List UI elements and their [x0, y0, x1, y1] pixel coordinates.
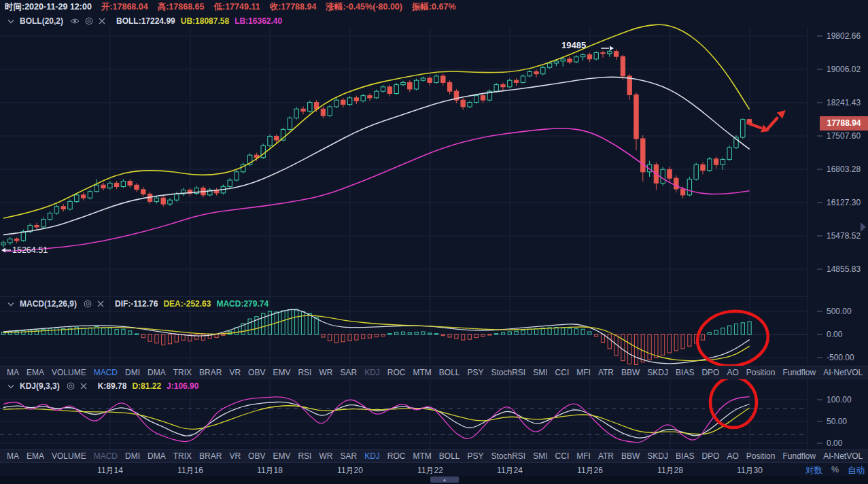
indicator-tab-trix[interactable]: TRIX	[173, 368, 192, 377]
indicator-tabs-row-1: MAEMAVOLUMEMACDDMIDMATRIXBRARVROBVEMVRSI…	[0, 366, 868, 379]
indicator-tab-cci[interactable]: CCI	[555, 451, 570, 461]
indicator-tab-ma[interactable]: MA	[7, 368, 19, 377]
indicator-tab-atr[interactable]: ATR	[598, 368, 614, 377]
lb-value: LB:16362.40	[235, 16, 282, 26]
horizontal-scrollbar[interactable]	[0, 476, 868, 484]
indicator-tab-vr[interactable]: VR	[229, 451, 241, 461]
indicator-tab-psy[interactable]: PSY	[468, 451, 484, 461]
stat-change: 涨幅:-0.45%(-80.00)	[326, 1, 402, 13]
indicator-tab-position[interactable]: Position	[746, 451, 776, 461]
indicator-tab-macd[interactable]: MACD	[94, 368, 118, 377]
panel-expand-arrow[interactable]	[861, 222, 866, 232]
indicator-tab-ao[interactable]: AO	[727, 451, 738, 461]
gear-icon[interactable]	[85, 17, 93, 25]
date-label: 11月30	[737, 465, 763, 477]
indicator-tab-psy[interactable]: PSY	[468, 368, 484, 377]
indicator-tab-bias[interactable]: BIAS	[676, 368, 694, 377]
log-scale-button[interactable]: 对数	[805, 465, 822, 477]
eye-icon[interactable]	[70, 18, 80, 24]
indicator-tab-atr[interactable]: ATR	[598, 451, 614, 461]
indicator-tab-mtm[interactable]: MTM	[413, 368, 431, 377]
indicator-tab-dpo[interactable]: DPO	[701, 451, 719, 461]
indicator-tab-rsi[interactable]: RSI	[298, 368, 311, 377]
indicator-tab-ma[interactable]: MA	[7, 451, 19, 461]
indicator-tab-bbw[interactable]: BBW	[621, 368, 640, 377]
scale-controls: 对数 % 自动	[805, 465, 865, 477]
indicator-tab-obv[interactable]: OBV	[248, 451, 265, 461]
indicator-tab-boll[interactable]: BOLL	[439, 451, 460, 461]
indicator-tab-dma[interactable]: DMA	[147, 368, 166, 377]
close-icon[interactable]	[80, 383, 87, 390]
indicator-tab-roc[interactable]: ROC	[387, 368, 406, 377]
macd-dif-line	[3, 309, 750, 364]
trading-chart-app: 时间:2020-11-29 12:00 开:17868.04 高:17868.6…	[0, 0, 868, 484]
trend-arrow-up	[767, 118, 777, 130]
stat-high: 高:17868.65	[158, 1, 205, 13]
indicator-tab-ema[interactable]: EMA	[27, 451, 44, 461]
close-icon[interactable]	[97, 300, 104, 307]
indicator-tab-ao[interactable]: AO	[727, 368, 738, 377]
kdj-indicator-title: KDJ(9,3,3)	[20, 381, 60, 391]
indicator-tab-macd[interactable]: MACD	[94, 451, 118, 461]
indicator-tab-smi[interactable]: SMI	[533, 451, 547, 461]
indicator-tab-dma[interactable]: DMA	[147, 451, 166, 461]
chevron-down-icon[interactable]	[7, 302, 14, 307]
indicator-tab-wr[interactable]: WR	[319, 368, 332, 377]
indicator-tab-sar[interactable]: SAR	[340, 451, 357, 461]
indicator-tab-emv[interactable]: EMV	[273, 451, 290, 461]
macd-dea-line	[3, 315, 750, 360]
indicator-tab-position[interactable]: Position	[746, 368, 776, 377]
gear-icon[interactable]	[67, 382, 75, 390]
indicator-tab-volume[interactable]: VOLUME	[52, 451, 86, 461]
percent-scale-button[interactable]: %	[831, 465, 839, 477]
indicator-tab-dpo[interactable]: DPO	[701, 368, 719, 377]
indicator-tab-vr[interactable]: VR	[229, 368, 241, 377]
indicator-tab-brar[interactable]: BRAR	[199, 368, 222, 377]
indicator-tab-roc[interactable]: ROC	[387, 451, 406, 461]
close-icon[interactable]	[99, 18, 105, 24]
auto-scale-button[interactable]: 自动	[848, 465, 865, 477]
kline-chart-canvas[interactable]	[0, 0, 868, 484]
indicator-tab-stochrsi[interactable]: StochRSI	[491, 368, 526, 377]
indicator-tab-skdj[interactable]: SKDJ	[647, 368, 668, 377]
date-label: 11月14	[97, 465, 123, 477]
indicator-tab-stochrsi[interactable]: StochRSI	[491, 451, 526, 461]
indicator-tab-ema[interactable]: EMA	[27, 368, 44, 377]
indicator-tab-brar[interactable]: BRAR	[199, 451, 222, 461]
indicator-tab-mtm[interactable]: MTM	[413, 451, 431, 461]
date-label: 11月28	[657, 465, 683, 477]
indicator-tab-obv[interactable]: OBV	[248, 368, 265, 377]
gear-icon[interactable]	[84, 300, 92, 308]
boll-indicator-header: BOLL(20,2) BOLL:17224.99 UB:18087.58 LB:…	[0, 14, 282, 28]
chevron-down-icon[interactable]	[7, 384, 14, 389]
indicator-tab-kdj[interactable]: KDJ	[364, 368, 380, 377]
indicator-tab-sar[interactable]: SAR	[340, 368, 357, 377]
indicator-tab-skdj[interactable]: SKDJ	[647, 451, 668, 461]
indicator-tab-volume[interactable]: VOLUME	[52, 368, 86, 377]
indicator-tab-wr[interactable]: WR	[319, 451, 332, 461]
indicator-tab-trix[interactable]: TRIX	[173, 451, 192, 461]
kdj-d-line	[3, 406, 750, 434]
indicator-tab-bbw[interactable]: BBW	[621, 451, 640, 461]
indicator-tab-kdj[interactable]: KDJ	[364, 451, 380, 461]
indicator-tab-dmi[interactable]: DMI	[125, 368, 140, 377]
indicator-tab-fundflow[interactable]: Fundflow	[782, 451, 816, 461]
indicator-tab-emv[interactable]: EMV	[273, 368, 290, 377]
price-axis-label: 15478.52	[827, 231, 861, 241]
indicator-tab-mfi[interactable]: MFI	[576, 451, 591, 461]
indicator-tab-fundflow[interactable]: Fundflow	[782, 368, 816, 377]
candle-time: 时间:2020-11-29 12:00	[5, 1, 92, 13]
price-axis-label: 16803.28	[827, 165, 861, 174]
indicator-tab-rsi[interactable]: RSI	[298, 451, 311, 461]
date-axis[interactable]: 11月1411月1611月1811月2011月2211月2411月2611月28…	[0, 465, 868, 476]
indicator-tab-bias[interactable]: BIAS	[676, 451, 694, 461]
indicator-tab-mfi[interactable]: MFI	[576, 368, 591, 377]
chevron-down-icon[interactable]	[7, 19, 14, 24]
indicator-tab-dmi[interactable]: DMI	[125, 451, 140, 461]
d-value: D:81.22	[132, 381, 161, 391]
scrollbar-handle[interactable]	[430, 477, 459, 483]
indicator-tab-boll[interactable]: BOLL	[439, 368, 460, 377]
macd-indicator-title: MACD(12,26,9)	[20, 299, 77, 309]
indicator-tab-cci[interactable]: CCI	[555, 368, 570, 377]
indicator-tab-smi[interactable]: SMI	[533, 368, 547, 377]
